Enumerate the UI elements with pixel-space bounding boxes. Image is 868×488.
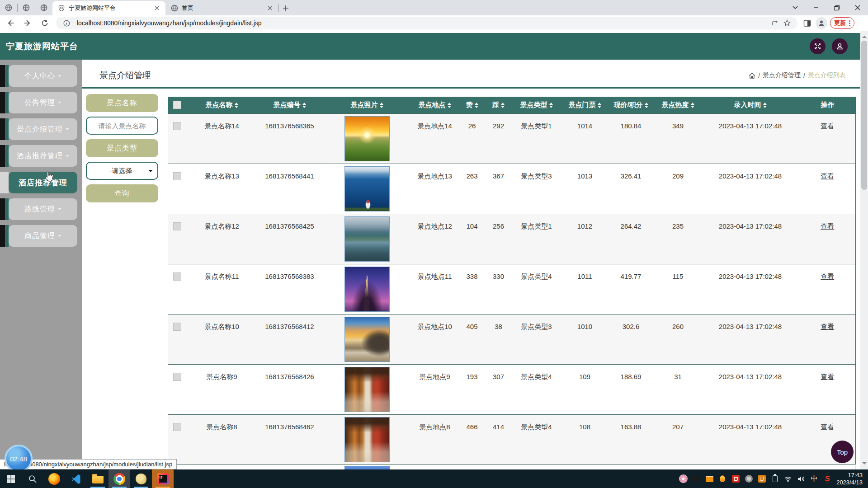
- bookmark-star-icon[interactable]: [781, 17, 793, 29]
- col-name[interactable]: 景点名称: [186, 97, 258, 113]
- tray-window-icon[interactable]: [705, 474, 714, 483]
- col-heat[interactable]: 景点热度: [655, 97, 701, 113]
- view-link[interactable]: 查看: [821, 122, 834, 130]
- forward-icon[interactable]: [21, 16, 34, 30]
- view-link[interactable]: 查看: [821, 373, 834, 380]
- taskbar-clock[interactable]: 17:43 2023/4/13: [836, 472, 868, 486]
- tray-fan-icon[interactable]: [744, 474, 753, 483]
- new-tab-button[interactable]: [279, 1, 292, 15]
- tray-satellite-icon[interactable]: [692, 474, 701, 483]
- col-likes[interactable]: 赞: [458, 97, 487, 113]
- col-time[interactable]: 录入时间: [701, 97, 800, 113]
- sort-icon[interactable]: [501, 103, 505, 108]
- tray-usb-icon[interactable]: [770, 474, 779, 483]
- row-checkbox[interactable]: [173, 172, 181, 180]
- scenic-photo[interactable]: [344, 317, 390, 362]
- url-bar[interactable]: localhost:8080/ningxialvyouwangzhan/jsp/…: [56, 17, 797, 29]
- view-link[interactable]: 查看: [821, 222, 834, 230]
- sort-icon[interactable]: [645, 103, 648, 108]
- taskbar-explorer-icon[interactable]: [87, 469, 108, 488]
- taskbar-chrome-icon[interactable]: [108, 469, 130, 488]
- scenic-photo[interactable]: [344, 417, 390, 462]
- pinned-tab[interactable]: [18, 0, 35, 15]
- back-to-top-button[interactable]: Top: [831, 441, 854, 463]
- restore-icon[interactable]: [826, 0, 847, 15]
- col-type[interactable]: 景点类型: [510, 97, 563, 113]
- row-checkbox[interactable]: [173, 423, 181, 431]
- tray-flower-icon[interactable]: [679, 474, 688, 483]
- tray-wifi-icon[interactable]: [783, 474, 793, 483]
- start-button[interactable]: [0, 469, 22, 488]
- profile-avatar-icon[interactable]: [816, 17, 827, 29]
- view-link[interactable]: 查看: [821, 172, 834, 180]
- sidebar-item-route-management[interactable]: 路线管理: [0, 198, 77, 220]
- tab-active[interactable]: 宁夏旅游网站平台: [52, 1, 165, 15]
- tray-ime-indicator[interactable]: 中: [810, 474, 819, 483]
- fullscreen-button[interactable]: [810, 38, 826, 54]
- sidebar-item-product-management[interactable]: 商品管理: [0, 225, 77, 247]
- sidebar-item-scenic-management[interactable]: 景点介绍管理: [0, 118, 77, 140]
- tab-search-icon[interactable]: [785, 0, 806, 15]
- scroll-up-icon[interactable]: [862, 33, 867, 38]
- row-checkbox[interactable]: [173, 323, 181, 331]
- col-price[interactable]: 现价/积分: [607, 97, 655, 113]
- user-button[interactable]: [832, 38, 848, 54]
- tray-sogou-icon[interactable]: S: [823, 474, 832, 483]
- sort-icon[interactable]: [235, 103, 238, 108]
- taskbar-firefox-icon[interactable]: [43, 469, 65, 488]
- share-icon[interactable]: [769, 17, 781, 29]
- sort-icon[interactable]: [448, 103, 451, 108]
- side-panel-icon[interactable]: [801, 17, 813, 29]
- sidebar-item-announcement[interactable]: 公告管理: [0, 92, 77, 113]
- taskbar-vscode-icon[interactable]: [65, 469, 87, 488]
- taskbar-intellij-icon[interactable]: IJ: [152, 469, 174, 488]
- tab-close-icon[interactable]: [266, 4, 274, 12]
- pinned-tab[interactable]: [35, 0, 52, 15]
- search-button[interactable]: 查询: [86, 184, 158, 202]
- tray-flame-icon[interactable]: [718, 474, 727, 483]
- tray-java-icon[interactable]: [757, 474, 766, 483]
- row-checkbox[interactable]: [173, 272, 181, 281]
- site-info-icon[interactable]: [61, 17, 72, 29]
- row-checkbox[interactable]: [173, 222, 181, 230]
- home-icon[interactable]: [749, 72, 755, 79]
- view-link[interactable]: 查看: [821, 423, 834, 431]
- minimize-icon[interactable]: [806, 0, 826, 15]
- tray-dictionary-icon[interactable]: [731, 474, 740, 483]
- col-photo[interactable]: 景点照片: [322, 97, 412, 113]
- sort-icon[interactable]: [475, 103, 478, 108]
- back-icon[interactable]: [4, 16, 17, 30]
- tray-volume-icon[interactable]: [797, 474, 806, 483]
- scenic-photo[interactable]: [344, 116, 390, 161]
- chrome-update-button[interactable]: 更新: [830, 17, 854, 29]
- pinned-tab[interactable]: [0, 0, 17, 15]
- tab-inactive[interactable]: 首页: [165, 1, 278, 15]
- scroll-down-icon[interactable]: [862, 462, 867, 467]
- scenic-name-input[interactable]: [86, 117, 158, 135]
- view-link[interactable]: 查看: [821, 272, 834, 280]
- col-dislikes[interactable]: 踩: [487, 97, 510, 113]
- select-all-checkbox[interactable]: [173, 101, 181, 109]
- sidebar-item-personal-center[interactable]: 个人中心: [0, 65, 77, 87]
- scrollbar-thumb[interactable]: [861, 41, 867, 190]
- close-icon[interactable]: [847, 0, 868, 15]
- taskbar-navicat-icon[interactable]: [130, 469, 152, 488]
- sort-icon[interactable]: [691, 103, 694, 108]
- scenic-photo[interactable]: [344, 216, 390, 262]
- sort-icon[interactable]: [302, 103, 306, 108]
- breadcrumb-item[interactable]: 景点介绍管理: [763, 71, 801, 80]
- tab-close-icon[interactable]: [153, 4, 161, 12]
- col-code[interactable]: 景点编号: [258, 97, 322, 113]
- col-location[interactable]: 景点地点: [412, 97, 458, 113]
- reload-icon[interactable]: [38, 16, 52, 30]
- row-checkbox[interactable]: [173, 373, 181, 381]
- sort-icon[interactable]: [763, 103, 767, 108]
- view-link[interactable]: 查看: [821, 323, 834, 330]
- scenic-photo[interactable]: [344, 367, 390, 412]
- sidebar-item-hotel-management-active[interactable]: 酒店推荐管理: [0, 172, 77, 193]
- scenic-photo[interactable]: [344, 166, 390, 211]
- page-scrollbar[interactable]: [860, 31, 868, 469]
- sidebar-item-hotel-management[interactable]: 酒店推荐管理: [0, 145, 77, 167]
- sort-icon[interactable]: [598, 103, 601, 108]
- col-ticket[interactable]: 景点门票: [563, 97, 607, 113]
